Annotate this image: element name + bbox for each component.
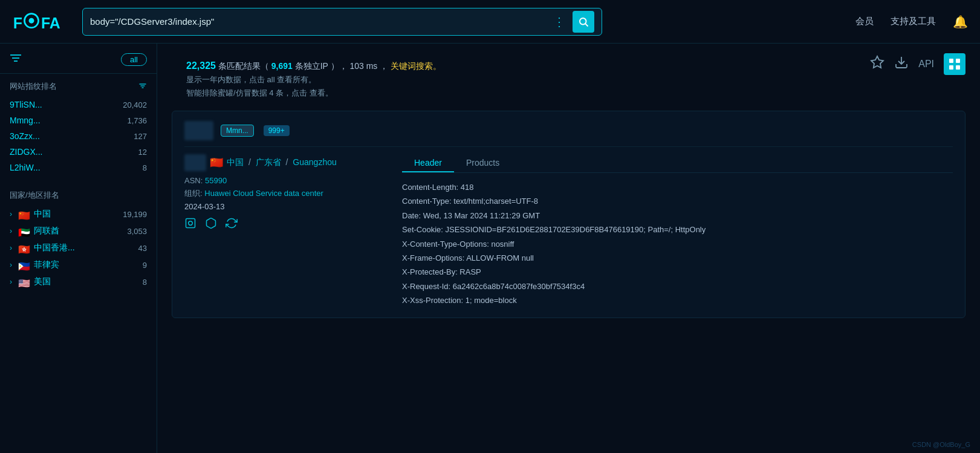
content-header: 22,325 条匹配结果（ 9,691 条独立IP ）， 103 ms ， 关键… — [157, 44, 980, 103]
screenshot-icon[interactable] — [184, 217, 196, 232]
sidebar: all 网站指纹排名 9TliSN...20,402Mmng...1,7363o… — [0, 44, 157, 453]
header-nav: 会员 支持及工具 🔔 — [855, 15, 968, 29]
svg-rect-12 — [956, 59, 960, 63]
sidebar-country-item[interactable]: ›🇨🇳中国19,199 — [10, 206, 147, 223]
svg-point-16 — [189, 221, 193, 226]
card-location: 中国 / 广东省 / Guangzhou — [227, 157, 337, 168]
fingerprint-section: 网站指纹排名 9TliSN...20,402Mmng...1,7363oZzx.… — [0, 74, 157, 175]
sidebar-fingerprint-item[interactable]: 9TliSN...20,402 — [10, 97, 147, 112]
svg-line-5 — [585, 24, 588, 26]
city-link[interactable]: Guangzhou — [293, 157, 336, 167]
sidebar-country-item[interactable]: ›🇭🇰中国香港...43 — [10, 240, 147, 256]
card-tabs: Header Products — [402, 154, 953, 173]
header-line: X-Frame-Options: ALLOW-FROM null — [402, 251, 953, 265]
svg-text:FA: FA — [41, 14, 60, 31]
sidebar-fingerprint-item[interactable]: ZIDGX...12 — [10, 144, 147, 160]
asn-link[interactable]: 55990 — [205, 176, 227, 185]
results-line3: 智能排除蜜罐/仿冒数据 4 条，点击 查看。 — [186, 88, 441, 99]
search-input[interactable] — [90, 16, 546, 27]
keyword-search-link[interactable]: 关键词搜索。 — [391, 61, 441, 71]
results-bar: 22,325 条匹配结果（ 9,691 条独立IP ）， 103 ms ， 关键… — [172, 52, 456, 99]
org-label: 组织: — [184, 189, 203, 198]
cube-icon[interactable] — [205, 217, 217, 232]
results-time: ）， — [331, 61, 348, 71]
svg-rect-14 — [956, 65, 960, 70]
card-location-row: 🇨🇳 中国 / 广东省 / Guangzhou — [184, 154, 390, 171]
header-line: X-Xss-Protection: 1; mode=block — [402, 293, 953, 307]
grid-view-button[interactable] — [944, 53, 965, 75]
svg-point-2 — [29, 18, 34, 23]
header-line: Content-Type: text/html;charset=UTF-8 — [402, 194, 953, 208]
card-right: Header Products Content-Length: 418Conte… — [402, 154, 953, 308]
results-ip-label: 条独立IP — [295, 61, 328, 71]
svg-rect-15 — [186, 219, 195, 228]
result-card: Mmn... 999+ 🇨🇳 中国 / 广东省 / Guan — [172, 111, 965, 318]
all-filter-badge[interactable]: all — [121, 53, 147, 66]
asn-row: ASN: 55990 — [184, 176, 390, 185]
search-options-button[interactable]: ⋮ — [551, 15, 568, 29]
filter-icon[interactable] — [10, 53, 22, 66]
svg-rect-11 — [949, 59, 953, 63]
count-badge: 999+ — [264, 125, 290, 136]
card-top-bar: Mmn... 999+ — [184, 121, 953, 147]
fingerprint-section-title: 网站指纹排名 — [10, 81, 147, 92]
card-date: 2024-03-13 — [184, 202, 390, 211]
results-total-label: 条匹配结果（ — [218, 61, 269, 71]
top-right-actions: API — [870, 52, 965, 75]
results-line2: 显示一年内数据，点击 all 查看所有。 — [186, 74, 441, 85]
country-section: 国家/地区排名 ›🇨🇳中国19,199›🇦🇪阿联酋3,053›🇭🇰中国香港...… — [0, 183, 157, 290]
card-action-icons — [184, 217, 390, 232]
refresh-icon[interactable] — [226, 217, 238, 232]
header: F FA ⋮ 会员 支持及工具 🔔 — [0, 0, 980, 44]
tab-products[interactable]: Products — [454, 154, 511, 172]
card-body: 🇨🇳 中国 / 广东省 / Guangzhou ASN: 55990 — [184, 154, 953, 308]
results-summary: 22,325 条匹配结果（ 9,691 条独立IP ）， 103 ms ， 关键… — [186, 60, 441, 72]
header-line: Content-Length: 418 — [402, 180, 953, 194]
country-flag: 🇨🇳 — [210, 156, 223, 169]
svg-text:F: F — [13, 14, 22, 31]
api-button[interactable]: API — [918, 59, 934, 70]
favorite-icon[interactable] — [870, 55, 884, 73]
content-area: 22,325 条匹配结果（ 9,691 条独立IP ）， 103 ms ， 关键… — [157, 44, 980, 453]
svg-rect-13 — [949, 65, 953, 70]
country-section-title: 国家/地区排名 — [10, 190, 147, 201]
country-list: ›🇨🇳中国19,199›🇦🇪阿联酋3,053›🇭🇰中国香港...43›🇵🇭菲律宾… — [10, 206, 147, 290]
header-line: X-Content-Type-Options: nosniff — [402, 237, 953, 251]
org-row: 组织: Huawei Cloud Service data center — [184, 188, 390, 199]
province-link[interactable]: 广东省 — [256, 157, 281, 167]
results-total: 22,325 — [186, 60, 216, 71]
card-left: 🇨🇳 中国 / 广东省 / Guangzhou ASN: 55990 — [184, 154, 390, 308]
sidebar-top: all — [0, 53, 157, 74]
header-line: X-Request-Id: 6a2462c6a8b74c0087fe30bf75… — [402, 279, 953, 293]
header-line: Set-Cookie: JSESSIONID=BF261D6E2881702E3… — [402, 223, 953, 236]
header-content: Content-Length: 418Content-Type: text/ht… — [402, 180, 953, 308]
svg-point-4 — [580, 18, 586, 25]
footer-watermark: CSDN @OldBoy_G — [912, 441, 970, 448]
nav-member[interactable]: 会员 — [855, 16, 874, 27]
results-comma: ， — [380, 61, 388, 71]
download-icon[interactable] — [894, 55, 909, 73]
search-bar[interactable]: ⋮ — [82, 8, 602, 36]
sidebar-country-item[interactable]: ›🇺🇸美国8 — [10, 273, 147, 290]
org-link[interactable]: Huawei Cloud Service data center — [204, 189, 323, 198]
sidebar-fingerprint-item[interactable]: L2hiW...8 — [10, 160, 147, 175]
sort-icon[interactable] — [138, 82, 147, 92]
sidebar-country-item[interactable]: ›🇵🇭菲律宾9 — [10, 256, 147, 273]
sidebar-country-item[interactable]: ›🇦🇪阿联酋3,053 — [10, 223, 147, 240]
asn-label: ASN: — [184, 176, 203, 185]
svg-marker-9 — [871, 56, 883, 68]
tab-header[interactable]: Header — [402, 154, 454, 172]
results-unique-ip: 9,691 — [271, 61, 293, 71]
server-icon — [184, 154, 206, 171]
sidebar-fingerprint-item[interactable]: Mmng...1,736 — [10, 112, 147, 128]
country-link[interactable]: 中国 — [227, 157, 244, 167]
search-submit-button[interactable] — [573, 11, 594, 33]
bell-icon[interactable]: 🔔 — [953, 15, 968, 29]
nav-support[interactable]: 支持及工具 — [891, 16, 936, 27]
logo: F FA — [12, 8, 73, 35]
header-line: X-Protected-By: RASP — [402, 265, 953, 279]
sidebar-fingerprint-item[interactable]: 3oZzx...127 — [10, 128, 147, 144]
fingerprint-list: 9TliSN...20,402Mmng...1,7363oZzx...127ZI… — [10, 97, 147, 175]
header-line: Date: Wed, 13 Mar 2024 11:21:29 GMT — [402, 209, 953, 223]
tag-badge[interactable]: Mmn... — [221, 125, 254, 137]
